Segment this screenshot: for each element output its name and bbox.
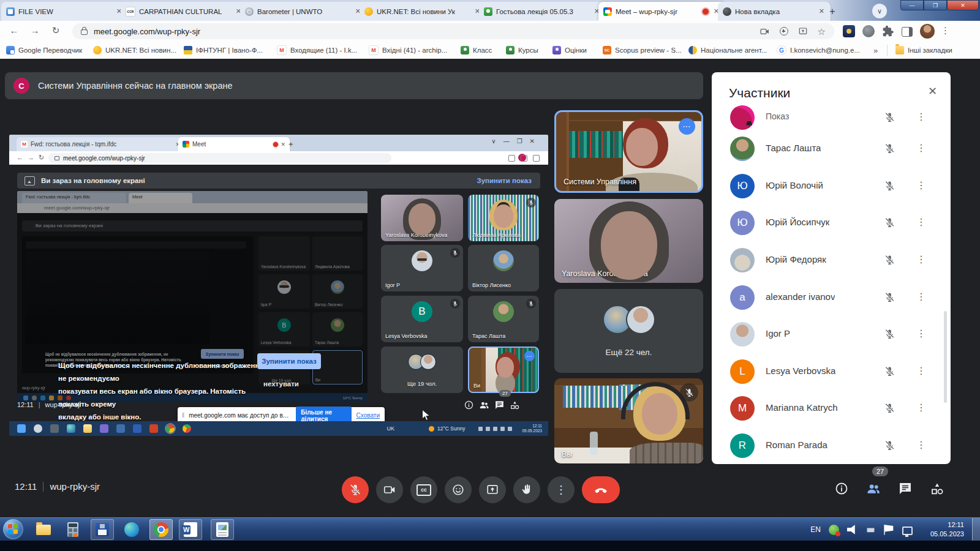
raise-hand-button[interactable] [513, 476, 540, 503]
more-options-icon[interactable]: ⋮ [916, 253, 926, 265]
browser-menu-icon[interactable]: ⋮ [941, 25, 950, 36]
tab-close-icon[interactable]: ✕ [818, 7, 826, 15]
captions-button[interactable]: cc [410, 476, 437, 503]
more-options-icon[interactable]: ⋮ [916, 142, 926, 154]
image-viewer-taskbar-icon[interactable] [211, 519, 234, 540]
more-options-icon[interactable]: ⋮ [916, 328, 926, 339]
more-options-icon[interactable]: ⋮ [916, 111, 926, 122]
tab-barometer[interactable]: Barometer | UNWTO ✕ [240, 2, 368, 21]
bookmark-grades[interactable]: Оцінки [552, 42, 587, 59]
more-options-icon[interactable]: ⋮ [916, 402, 926, 413]
new-tab-button[interactable]: + [826, 5, 839, 18]
more-options-icon[interactable]: ⋮ [916, 291, 926, 302]
chrome-taskbar-icon[interactable] [149, 519, 173, 540]
edge-taskbar-icon[interactable] [120, 519, 143, 540]
video-tile[interactable]: Yaroslava Korobeinykova [381, 195, 463, 241]
browser-profile-avatar[interactable] [920, 24, 935, 39]
window-close-button[interactable]: ✕ [947, 0, 979, 10]
more-options-icon[interactable]: ⋮ [916, 365, 926, 377]
tile-options-icon[interactable]: ⋯ [679, 118, 695, 135]
tab-search-chevron-icon[interactable]: ∨ [872, 4, 887, 18]
hide-link[interactable]: Сховати [356, 412, 380, 419]
bookmark-class[interactable]: Класс [461, 42, 492, 59]
camera-toggle-button[interactable] [376, 476, 403, 503]
stop-presenting-button[interactable]: Зупинити показ [257, 353, 321, 369]
pinned-presenter-tile[interactable]: ⋯ Системи Управління [554, 110, 703, 193]
video-tile[interactable]: Віктор Лисенко [468, 245, 539, 291]
present-button[interactable] [479, 476, 506, 503]
panel-close-icon[interactable]: ✕ [928, 84, 937, 98]
tab-carpathian[interactable]: CCR CARPATHIAN CULTURAL ✕ [121, 2, 248, 21]
video-tile[interactable]: Тарас Лашта [468, 296, 539, 342]
more-options-icon[interactable]: ⋮ [916, 179, 926, 191]
password-extension-icon[interactable] [843, 25, 855, 37]
activities-icon[interactable] [930, 481, 944, 498]
back-icon[interactable]: ← [7, 25, 21, 36]
bookmark-ukrnet[interactable]: UKR.NET: Всі новин... [93, 42, 176, 59]
address-bar[interactable]: meet.google.com/wup-rpky-sjr ☆ [72, 23, 834, 39]
more-options-button[interactable]: ⋮ [548, 476, 575, 503]
window-minimize-button[interactable]: — [900, 0, 924, 10]
bookmark-national-agency[interactable]: Національне агент... [688, 42, 767, 59]
video-tile[interactable]: B Lesya Verbovska [381, 296, 463, 342]
video-tile[interactable]: Igor P [381, 245, 463, 291]
tab-ukrnet[interactable]: UKR.NET: Всі новини Ук ✕ [360, 2, 487, 21]
self-view-tile[interactable]: Вы [554, 378, 703, 463]
bookmark-courses[interactable]: Курсы [506, 42, 538, 59]
forward-icon[interactable]: → [28, 25, 42, 36]
stop-presenting-link[interactable]: Зупинити показ [477, 177, 532, 184]
bookmark-star-icon[interactable]: ☆ [818, 27, 826, 36]
network-tray-icon[interactable] [902, 527, 913, 535]
bookmark-inbox-ru[interactable]: MВходящие (11) - I.k... [277, 42, 357, 59]
window-maximize-button[interactable]: ❐ [924, 0, 947, 10]
bookmark-ifntung[interactable]: ІФНТУНГ | Івано-Ф... [184, 42, 263, 59]
more-participants-tile[interactable]: Ще 19 чол. [381, 347, 463, 393]
zoom-icon[interactable] [780, 27, 788, 36]
ignore-link[interactable]: нехтувати [263, 380, 299, 388]
reload-icon[interactable]: ↻ [49, 25, 62, 36]
more-options-icon[interactable]: ⋮ [916, 216, 926, 228]
more-participants-tile[interactable]: Ещё 22 чел. [554, 289, 703, 373]
side-panel-icon[interactable] [902, 27, 913, 37]
usb-tray-icon[interactable] [865, 525, 876, 535]
bookmarks-overflow[interactable]: » [873, 42, 878, 59]
action-center-tray-icon[interactable] [884, 525, 894, 535]
people-icon[interactable] [866, 481, 881, 498]
tab-file-view[interactable]: FILE VIEW ✕ [1, 2, 129, 21]
taskbar-clock[interactable]: 12:1105.05.2023 [930, 520, 964, 539]
word-taskbar-icon[interactable] [179, 519, 202, 540]
bookmark-inbox-ua[interactable]: MВхідні (41) - archip... [369, 42, 447, 59]
bookmark-scopus[interactable]: SCScopus preview - S... [603, 42, 682, 59]
url-text[interactable]: meet.google.com/wup-rpky-sjr [94, 27, 200, 36]
calculator-taskbar-icon[interactable] [61, 519, 85, 540]
end-call-button[interactable] [582, 476, 620, 503]
show-desktop-button[interactable] [972, 518, 980, 541]
chat-icon[interactable] [898, 481, 913, 498]
more-options-icon[interactable]: ⋮ [916, 439, 926, 451]
other-bookmarks[interactable]: Інші закладки [895, 42, 952, 59]
start-button[interactable] [3, 519, 23, 539]
shared-screen-view[interactable]: M Fwd: гостьова лекція - tqm.ifdc ✕ Meet… [9, 135, 548, 436]
volume-tray-icon[interactable] [847, 525, 858, 535]
tile-options-icon[interactable]: ⋯ [524, 351, 535, 361]
language-indicator[interactable]: EN [810, 525, 821, 534]
tab-new[interactable]: Нова вкладка ✕ [718, 2, 831, 21]
tab-meet-active[interactable]: Meet – wup-rpky-sjr ✕ [598, 2, 726, 21]
video-tile[interactable]: Людмила Аркілова [468, 195, 539, 241]
self-view-tile[interactable]: ⋯ Ви [468, 347, 539, 393]
explorer-taskbar-icon[interactable] [32, 519, 55, 540]
bookmark-google-translate[interactable]: Google Переводчик [6, 42, 82, 59]
camera-cast-icon[interactable] [760, 26, 770, 37]
puzzle-extensions-icon[interactable] [882, 25, 894, 37]
antivirus-tray-icon[interactable] [829, 525, 839, 535]
extension-icon[interactable] [862, 25, 875, 37]
mic-toggle-button[interactable] [342, 476, 369, 503]
participant-video-tile[interactable]: Yaroslava Korobeinykova [554, 199, 703, 283]
share-icon[interactable] [798, 26, 808, 36]
reactions-button[interactable] [445, 476, 472, 503]
bookmark-account[interactable]: GI.konsevich@nung.e... [777, 42, 860, 59]
panel-scrollbar[interactable] [944, 311, 947, 403]
meeting-details-icon[interactable] [834, 481, 849, 498]
tab-lecture[interactable]: Гостьова лекція 05.05.3 ✕ [479, 2, 606, 21]
save-app-taskbar-icon[interactable] [91, 519, 114, 540]
